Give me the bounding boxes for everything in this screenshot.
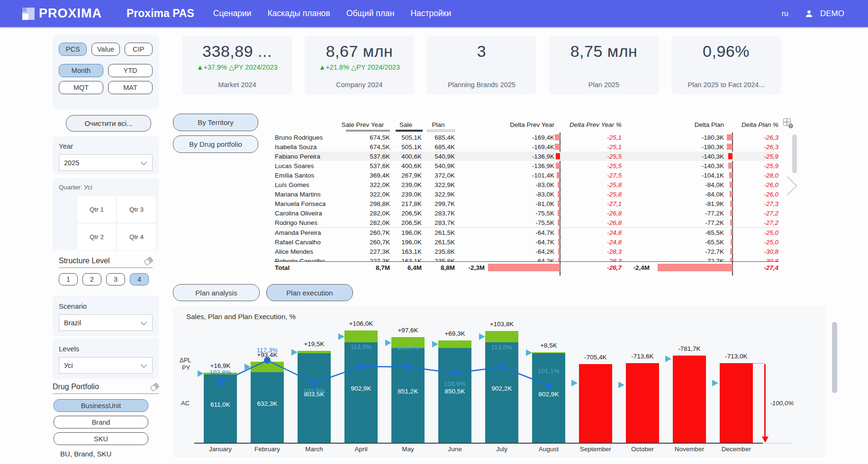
sale-prev-underline	[346, 130, 390, 132]
bar-actual[interactable]	[391, 348, 425, 443]
row-plan: 322,9K	[422, 191, 455, 198]
bar-actual[interactable]	[532, 353, 565, 443]
table-row[interactable]: Rafael Carvalho260,7K196,0K261,5K-64,7K-…	[274, 237, 778, 247]
table-view-button[interactable]: By Territory	[173, 114, 258, 131]
kpi-delta: ▲+21.8% △PY 2024/2023	[319, 63, 400, 74]
kpi-caption: Company 2024	[336, 81, 382, 89]
eraser-icon[interactable]	[150, 383, 159, 392]
bar-shortfall[interactable]	[673, 356, 706, 443]
table-row[interactable]: Carolina Oliveira282,0K206,5K283,7K-75,5…	[274, 208, 778, 218]
bar-delta-plan[interactable]	[485, 331, 518, 342]
axis-category: June	[433, 446, 477, 453]
nav-menu-item[interactable]: Общий план	[346, 9, 395, 18]
unit-button[interactable]: CIP	[125, 43, 153, 56]
chart-mode-button[interactable]: Plan execution	[266, 284, 353, 301]
row-delta-prev: -75,5K	[455, 219, 554, 226]
bar-shortfall[interactable]	[579, 364, 612, 443]
app-title: Proxima PAS	[127, 7, 194, 20]
bar-actual[interactable]	[298, 353, 331, 443]
bar-delta-plan[interactable]	[251, 362, 284, 372]
top-navbar: PROXIMA Proxima PAS СценарииКаскады план…	[0, 0, 868, 27]
delta-bar	[558, 220, 560, 226]
period-button[interactable]: MAT	[108, 81, 153, 94]
bar-shortfall[interactable]	[626, 363, 659, 443]
table-row[interactable]: Rodrigo Nunes282,0K206,5K283,7K-75,5K-26…	[274, 218, 778, 228]
table-row[interactable]: Emília Santos369,4K267,9K372,0K-101,4K-2…	[274, 170, 778, 180]
language-switch[interactable]: ru	[782, 9, 788, 18]
row-plan: 540,9K	[422, 153, 455, 160]
table-row[interactable]: Amanda Pereira260,7K196,0K261,5K-64,7K-2…	[274, 228, 778, 237]
nav-menu-item[interactable]: Сценарии	[213, 9, 252, 18]
table-row[interactable]: Manuela Fonseca298,8K217,8K299,7K-81,0K-…	[274, 199, 778, 208]
delta-bar	[727, 144, 732, 150]
portfolio-button[interactable]: Brand	[54, 416, 148, 428]
bar-actual[interactable]	[438, 348, 471, 443]
nav-menu-item[interactable]: Каскады планов	[268, 9, 330, 18]
table-row[interactable]: Isabella Souza674,5K505,1K685,4K-169,4K-…	[274, 142, 778, 152]
period-button[interactable]: Month	[59, 64, 103, 77]
row-delta-plan: -77,2K	[622, 210, 724, 217]
period-button[interactable]: MQT	[59, 81, 103, 94]
user-chip[interactable]: DEMO	[805, 9, 844, 18]
header-delta-plan-pct[interactable]: Delta Plan %	[733, 121, 778, 128]
table-scrollbar[interactable]	[792, 134, 797, 173]
levels-panel: Levels Усі	[53, 338, 159, 379]
header-delta-prev-year-pct[interactable]: Delta Prev Year %	[561, 121, 622, 128]
table-view-button[interactable]: By Drug portfolio	[173, 135, 258, 153]
table-row[interactable]: Luís Gomes322,0K239,0K322,9K-83,0K-25,8-…	[274, 180, 778, 189]
table-total-row[interactable]: Total 8,7M 6,4M 8,8M -2,3M -26,7 -2,4M -…	[274, 261, 778, 273]
period-button[interactable]: YTD	[108, 64, 153, 77]
row-delta-prev: -64,2K	[455, 248, 554, 255]
nav-menu-item[interactable]: Настройки	[410, 9, 451, 18]
structure-level-button[interactable]: 4	[130, 273, 149, 286]
unit-button[interactable]: Value	[91, 43, 119, 56]
levels-select[interactable]: Усі	[59, 357, 153, 374]
year-select[interactable]: 2025	[59, 154, 153, 171]
quarter-button[interactable]: Qtr 1	[77, 196, 117, 223]
row-delta-plan-pct: -26,0	[733, 191, 778, 198]
portfolio-button[interactable]: BusinessUnit	[54, 399, 148, 412]
quarter-button[interactable]: Qtr 2	[77, 223, 117, 250]
header-sale[interactable]: Sale	[390, 121, 422, 128]
row-plan: 261,5K	[422, 229, 455, 236]
header-plan[interactable]: Plan	[422, 121, 455, 128]
table-row[interactable]: Alice Mendes227,3K163,1K235,8K-64,2K-28,…	[274, 247, 778, 256]
header-delta-plan[interactable]: Delta Plan	[622, 121, 724, 128]
portfolio-button[interactable]: SKU	[54, 432, 148, 445]
structure-level-button[interactable]: 2	[82, 273, 101, 286]
row-delta-plan: -81,9K	[622, 200, 724, 207]
structure-level-button[interactable]: 1	[59, 273, 78, 286]
visual-options-icon[interactable]	[783, 118, 791, 126]
bar-delta-plan[interactable]	[344, 330, 378, 342]
bar-shortfall[interactable]	[720, 363, 753, 443]
row-delta-plan: -140,3K	[622, 162, 724, 170]
sale-underline	[396, 130, 423, 132]
table-row[interactable]: Bruno Rodrigues674,5K505,1K685,4K-169,4K…	[274, 133, 778, 142]
table-row[interactable]: Lucas Soares537,6K400,6K540,9K-136,9K-25…	[274, 161, 778, 170]
header-delta-prev-year[interactable]: Delta Prev Year	[455, 121, 554, 128]
bar-delta-plan[interactable]	[298, 351, 331, 353]
bar-actual[interactable]	[344, 342, 378, 443]
eraser-icon[interactable]	[144, 257, 153, 266]
row-delta-prev-pct: -27,5	[561, 172, 622, 179]
unit-button[interactable]: PCS	[59, 43, 87, 56]
table-row[interactable]: Fabiano Pereira537,6K400,6K540,9K-136,9K…	[274, 152, 778, 161]
bar-actual[interactable]	[204, 375, 237, 443]
bar-delta-plan[interactable]	[438, 340, 471, 348]
scenario-select[interactable]: Brazil	[59, 314, 153, 331]
bar-delta-plan[interactable]	[532, 352, 565, 353]
chevron-right-icon[interactable]	[778, 176, 797, 196]
table-row[interactable]: Mariana Martins322,0K239,0K322,9K-83,0K-…	[274, 189, 778, 199]
kpi-card: 338,89 ... ▲+37.9% △PY 2024/2023 Market …	[182, 36, 292, 94]
clear-all-button[interactable]: Очистити всі...	[66, 115, 151, 132]
bar-actual[interactable]	[251, 372, 284, 443]
quarter-button[interactable]: Qtr 4	[117, 223, 156, 250]
table-row[interactable]: Roberto Carvalho227,3K163,1K235,8K-64,2K…	[274, 256, 778, 261]
chart-mode-button[interactable]: Plan analysis	[173, 284, 260, 301]
bar-actual[interactable]	[485, 342, 518, 443]
drug-portfolio-label: Drug Portfolio	[53, 383, 99, 391]
quarter-button[interactable]: Qtr 3	[117, 196, 156, 223]
page-scrollbar[interactable]	[832, 322, 837, 393]
structure-level-button[interactable]: 3	[106, 273, 125, 286]
header-sale-prev-year[interactable]: Sale Prev Year	[335, 121, 390, 128]
